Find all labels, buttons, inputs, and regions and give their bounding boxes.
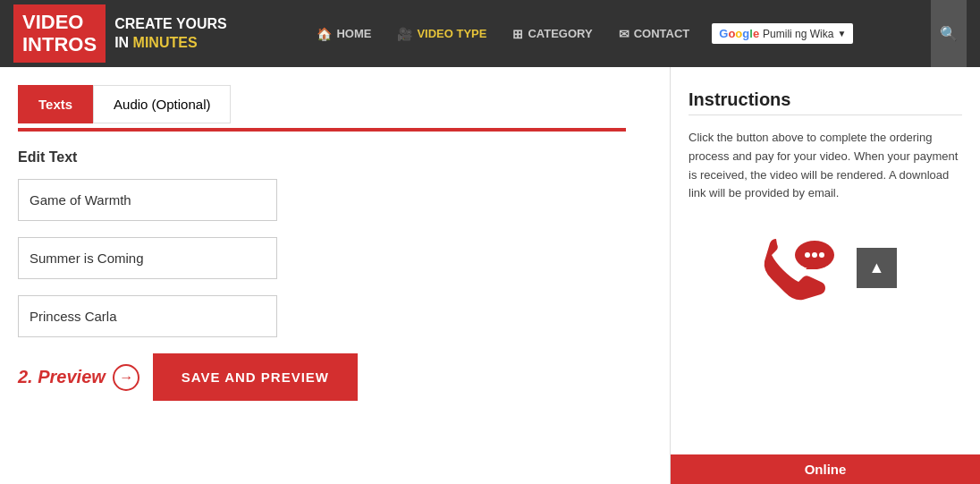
logo-tagline: CREATE YOURSIN MINUTES [106,15,236,53]
online-label: Online [805,462,847,477]
text-field-2[interactable] [18,237,277,279]
main-container: Texts Audio (Optional) Edit Text 2. Prev… [0,67,980,484]
search-icon: 🔍 [940,25,958,42]
envelope-icon: ✉ [619,27,629,41]
nav-video-type[interactable]: 🎥 VIDEO TYPE [386,20,497,48]
main-nav: 🏠 HOME 🎥 VIDEO TYPE ⊞ CATEGORY ✉ CONTACT… [306,20,860,48]
tab-texts[interactable]: Texts [18,85,93,123]
tab-texts-label: Texts [38,97,72,112]
save-and-preview-button[interactable]: SAVE AND PREVIEW [153,353,358,401]
nav-home[interactable]: 🏠 HOME [306,20,382,48]
logo-video: VIDEOINTROS [13,4,106,62]
right-panel: Instructions Click the button above to c… [671,67,980,484]
instructions-body: Click the button above to complete the o… [689,129,962,203]
text-field-1[interactable] [18,179,277,221]
translate-label: Pumili ng Wika [763,28,833,40]
logo-minutes: MINUTES [133,35,198,50]
translate-dropdown-icon: ▼ [837,29,846,38]
nav-contact[interactable]: ✉ CONTACT [608,20,701,48]
left-panel: Texts Audio (Optional) Edit Text 2. Prev… [0,67,671,484]
tab-audio[interactable]: Audio (Optional) [93,85,231,123]
tab-audio-label: Audio (Optional) [114,97,210,112]
tab-group: Texts Audio (Optional) [18,85,652,123]
nav-contact-label: CONTACT [634,27,690,40]
edit-text-heading: Edit Text [18,149,652,166]
logo-area: VIDEOINTROS CREATE YOURSIN MINUTES [13,4,236,62]
grid-icon: ⊞ [512,27,523,41]
up-arrow-icon: ▲ [869,259,885,277]
preview-text: 2. Preview [18,367,106,387]
instructions-title: Instructions [689,89,962,110]
preview-section: 2. Preview → SAVE AND PREVIEW [18,353,652,401]
phone-area: ▲ [689,221,962,314]
tab-underline [18,128,626,132]
svg-point-1 [805,252,810,258]
save-preview-label: SAVE AND PREVIEW [182,369,329,385]
home-icon: 🏠 [317,27,332,41]
nav-category[interactable]: ⊞ CATEGORY [502,20,603,48]
header: VIDEOINTROS CREATE YOURSIN MINUTES 🏠 HOM… [0,0,980,67]
svg-point-2 [812,252,817,258]
search-button[interactable]: 🔍 [931,0,967,67]
text-field-3[interactable] [18,295,277,337]
instructions-divider [689,115,962,115]
video-icon: 🎥 [397,27,412,41]
nav-home-label: HOME [336,27,371,40]
phone-chat-icon [754,221,843,314]
preview-label: 2. Preview → [18,364,139,391]
google-g-icon: Google [719,27,759,40]
google-translate-widget[interactable]: Google Pumili ng Wika ▼ [712,23,853,44]
nav-video-type-label: VIDEO TYPE [417,27,486,40]
svg-point-3 [819,252,824,258]
scroll-up-button[interactable]: ▲ [857,248,897,288]
online-status-bar: Online [671,454,980,484]
nav-category-label: CATEGORY [528,27,592,40]
arrow-circle-icon: → [113,364,139,391]
